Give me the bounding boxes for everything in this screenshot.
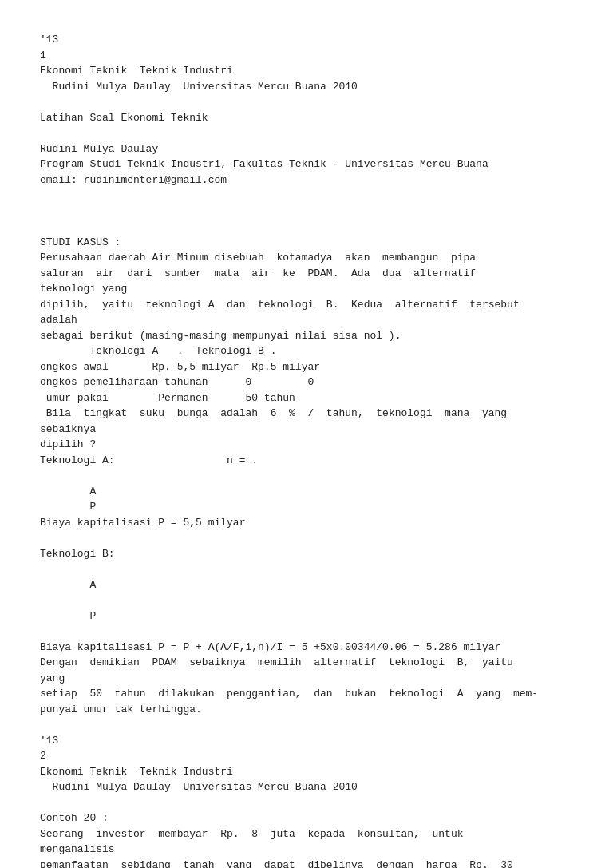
page-container: '13 1 Ekonomi Teknik Teknik Industri Rud… xyxy=(40,32,573,868)
main-content: '13 1 Ekonomi Teknik Teknik Industri Rud… xyxy=(40,32,573,868)
